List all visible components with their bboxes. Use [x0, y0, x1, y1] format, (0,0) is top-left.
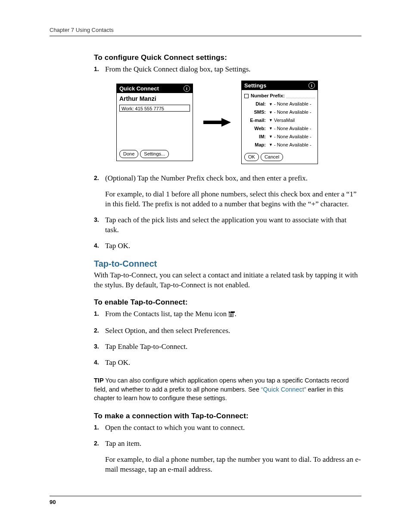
val-map: - None Available - [274, 142, 311, 148]
number-prefix-row: Number Prefix: [244, 93, 315, 99]
step-1: From the Quick Connect dialog box, tap S… [94, 65, 361, 164]
lbl-map: Map: [244, 142, 268, 148]
chevron-down-icon[interactable]: ▼ [268, 118, 274, 123]
settings-body: Number Prefix: Dial: ▼ - None Available … [242, 90, 318, 151]
step-2-sub: For example, to dial 1 before all phone … [105, 190, 361, 209]
steps-enable-tap: From the Contacts list, tap the Menu ico… [94, 309, 361, 368]
chevron-down-icon[interactable]: ▼ [268, 142, 274, 147]
settings-title: Settings [244, 82, 266, 90]
number-prefix-label: Number Prefix: [251, 93, 285, 99]
footer-rule [50, 496, 361, 496]
info-icon: i [308, 82, 315, 89]
running-head: Chapter 7 Using Contacts [50, 27, 361, 33]
qc-contact-name: Arthur Manzi [119, 95, 190, 103]
step-3: Tap each of the pick lists and select th… [94, 215, 361, 235]
chevron-down-icon[interactable]: ▼ [268, 134, 274, 139]
subhead-make-connection: To make a connection with Tap-to-Connect… [94, 412, 361, 420]
heading-tap-to-connect: Tap-to-Connect [94, 259, 361, 269]
info-icon: i [184, 85, 190, 92]
cancel-button[interactable]: Cancel [261, 153, 283, 161]
qc-titlebar: Quick Connect i [117, 84, 193, 93]
chevron-down-icon[interactable]: ▼ [268, 102, 274, 107]
settings-button-bar: OK Cancel [242, 151, 318, 164]
lbl-dial: Dial: [244, 101, 268, 107]
row-email: E-mail: ▼ VersaMail [244, 117, 315, 124]
qc-work-field[interactable]: Work: 415 555 7775 [119, 105, 190, 112]
step-3-text: Tap each of the pick lists and select th… [105, 216, 346, 234]
step-4: Tap OK. [94, 241, 361, 251]
enable-step-4: Tap OK. [94, 358, 361, 368]
make-step-2-sub: For example, to dial a phone number, tap… [105, 455, 361, 475]
header-rule [50, 36, 361, 36]
qc-button-bar: Done Settings... [117, 148, 193, 161]
palm-quick-connect: Quick Connect i Arthur Manzi Work: 415 5… [116, 84, 193, 161]
lbl-email: E-mail: [244, 117, 268, 124]
enable-step-1-post: . [235, 310, 237, 318]
tip-label: TIP [94, 377, 104, 384]
subhead-configure-qc: To configure Quick Connect settings: [94, 53, 361, 62]
make-step-2: Tap an item. For example, to dial a phon… [94, 439, 361, 475]
enable-step-1: From the Contacts list, tap the Menu ico… [94, 309, 361, 320]
val-sms: - None Available - [274, 109, 311, 115]
tap-intro: With Tap-to-Connect, you can select a co… [94, 271, 361, 290]
lbl-web: Web: [244, 125, 268, 132]
content-column: To configure Quick Connect settings: Fro… [94, 53, 361, 475]
qc-title: Quick Connect [119, 85, 159, 93]
val-email: VersaMail [274, 117, 295, 124]
tip-block: TIP You can also configure which applica… [94, 376, 361, 402]
svg-marker-1 [221, 118, 231, 127]
footer: 90 [50, 496, 361, 505]
page-number: 90 [50, 499, 361, 505]
chevron-down-icon[interactable]: ▼ [268, 110, 274, 115]
subhead-enable-tap: To enable Tap-to-Connect: [94, 298, 361, 307]
val-web: - None Available - [274, 125, 311, 132]
row-map: Map: ▼ - None Available - [244, 142, 315, 148]
chevron-down-icon[interactable]: ▼ [268, 126, 274, 131]
quick-connect-link[interactable]: “Quick Connect” [261, 386, 306, 393]
enable-step-4-text: Tap OK. [105, 358, 130, 367]
lbl-im: IM: [244, 134, 268, 140]
make-step-1-text: Open the contact to which you want to co… [105, 423, 245, 432]
ok-button[interactable]: OK [244, 153, 259, 161]
done-button[interactable]: Done [119, 150, 138, 158]
step-2-text: (Optional) Tap the Number Prefix check b… [105, 174, 308, 182]
val-dial: - None Available - [274, 101, 311, 107]
step-4-text: Tap OK. [105, 242, 130, 250]
steps-configure-qc: From the Quick Connect dialog box, tap S… [94, 65, 361, 251]
step-1-text: From the Quick Connect dialog box, tap S… [105, 65, 251, 73]
palm-settings: Settings i Number Prefix: Dial: ▼ [241, 81, 318, 164]
step-2: (Optional) Tap the Number Prefix check b… [94, 174, 361, 209]
settings-titlebar: Settings i [242, 81, 318, 90]
arrow-icon [203, 118, 231, 127]
lbl-sms: SMS: [244, 109, 268, 115]
row-sms: SMS: ▼ - None Available - [244, 109, 315, 115]
page: Chapter 7 Using Contacts To configure Qu… [0, 0, 411, 532]
steps-make-connection: Open the contact to which you want to co… [94, 423, 361, 475]
make-step-2-text: Tap an item. [105, 439, 141, 448]
figure-qc-settings: Quick Connect i Arthur Manzi Work: 415 5… [116, 81, 361, 164]
row-web: Web: ▼ - None Available - [244, 125, 315, 132]
row-im: IM: ▼ - None Available - [244, 134, 315, 140]
settings-button[interactable]: Settings... [140, 150, 169, 158]
make-step-1: Open the contact to which you want to co… [94, 423, 361, 433]
number-prefix-input[interactable] [286, 93, 315, 98]
qc-body: Arthur Manzi Work: 415 555 7775 [117, 93, 193, 148]
enable-step-1-pre: From the Contacts list, tap the Menu ico… [105, 310, 229, 318]
row-dial: Dial: ▼ - None Available - [244, 101, 315, 107]
enable-step-2-text: Select Option, and then select Preferenc… [105, 327, 230, 335]
enable-step-3-text: Tap Enable Tap-to-Connect. [105, 342, 187, 351]
svg-rect-0 [203, 121, 221, 124]
enable-step-2: Select Option, and then select Preferenc… [94, 326, 361, 336]
enable-step-3: Tap Enable Tap-to-Connect. [94, 342, 361, 352]
number-prefix-checkbox[interactable] [244, 94, 249, 98]
menu-icon [229, 310, 235, 320]
val-im: - None Available - [274, 134, 311, 140]
